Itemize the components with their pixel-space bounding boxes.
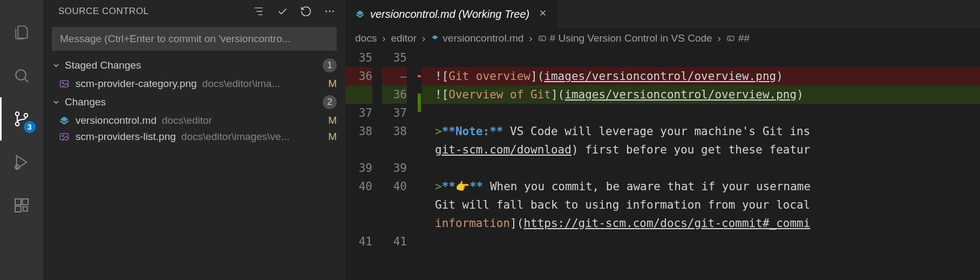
added-line: ![Overview of Git](images/versioncontrol… xyxy=(422,85,980,104)
changed-file-row[interactable]: versioncontrol.md docs\editor M xyxy=(43,112,345,129)
breadcrumb-item[interactable]: versioncontrol.md xyxy=(431,32,523,44)
close-tab-button[interactable] xyxy=(538,8,548,21)
deleted-line: ![Git overview](images/versioncontrol/ov… xyxy=(422,67,980,85)
chevron-down-icon xyxy=(52,98,60,106)
refresh-icon xyxy=(300,5,312,17)
image-file-icon xyxy=(58,78,70,90)
code-line: Git will fall back to using information … xyxy=(422,196,980,214)
line-number xyxy=(345,85,372,104)
line-number: 38 xyxy=(382,122,407,159)
breadcrumbs[interactable]: docs › editor › versioncontrol.md › # Us… xyxy=(345,28,980,49)
svg-point-0 xyxy=(16,70,26,80)
svg-point-15 xyxy=(62,135,64,137)
breadcrumb-item[interactable]: ## xyxy=(726,32,750,44)
svg-point-10 xyxy=(329,11,331,12)
file-name: versioncontrol.md xyxy=(76,115,156,126)
activity-search[interactable] xyxy=(0,54,43,97)
changed-file-row[interactable]: scm-providers-list.png docs\editor\image… xyxy=(43,129,345,145)
chevron-right-icon: › xyxy=(382,32,385,44)
activity-source-control[interactable]: 3 xyxy=(0,97,43,141)
line-number: 37 xyxy=(345,104,372,122)
line-number: 36 xyxy=(345,67,372,85)
code-content[interactable]: ![Git overview](images/versioncontrol/ov… xyxy=(422,49,980,280)
line-number: 38 xyxy=(345,122,372,159)
svg-rect-7 xyxy=(15,206,21,212)
diff-gutter xyxy=(417,49,422,280)
activity-extensions[interactable] xyxy=(0,184,43,227)
refresh-button[interactable] xyxy=(300,5,312,17)
file-status-modified: M xyxy=(328,78,337,90)
editor-tab[interactable]: versioncontrol.md (Working Tree) xyxy=(345,0,557,28)
svg-point-3 xyxy=(24,114,28,117)
symbol-text-icon xyxy=(726,34,735,43)
scm-badge: 3 xyxy=(24,121,36,133)
line-number: 37 xyxy=(382,104,407,122)
view-as-tree-button[interactable] xyxy=(253,5,264,17)
code-line xyxy=(422,159,980,177)
breadcrumb-item[interactable]: editor xyxy=(391,32,417,44)
breadcrumb-item[interactable]: # Using Version Control in VS Code xyxy=(538,32,712,44)
line-number: 41 xyxy=(382,232,407,251)
svg-rect-14 xyxy=(60,134,69,140)
file-status-modified: M xyxy=(328,115,337,126)
file-path: docs\editor xyxy=(162,115,323,126)
svg-point-9 xyxy=(325,11,327,12)
file-status-modified: M xyxy=(328,131,337,143)
line-number: 35 xyxy=(345,49,372,67)
staged-changes-header[interactable]: Staged Changes 1 xyxy=(43,55,345,76)
close-icon xyxy=(538,8,548,18)
code-line: >**Note:** VS Code will leverage your ma… xyxy=(422,122,980,141)
markdown-file-icon xyxy=(431,34,439,43)
diff-editor[interactable]: 35 36 37 38 39 40 41 35 — 36 37 38 39 40… xyxy=(345,49,980,280)
chevron-down-icon xyxy=(52,61,60,70)
markdown-file-icon xyxy=(355,9,365,19)
svg-rect-8 xyxy=(23,207,28,211)
svg-rect-16 xyxy=(539,36,546,41)
file-path: docs\editor\images\ve... xyxy=(181,131,323,143)
line-gutter: 35 36 37 38 39 40 41 35 — 36 37 38 39 40… xyxy=(345,49,422,280)
line-number: 40 xyxy=(345,177,372,232)
svg-point-2 xyxy=(16,122,19,126)
activity-debug[interactable] xyxy=(0,141,43,184)
svg-point-1 xyxy=(16,112,19,116)
source-control-sidebar: SOURCE CONTROL Message (Ctrl+Enter to co… xyxy=(43,0,345,280)
files-icon xyxy=(13,24,30,41)
markdown-file-icon xyxy=(58,115,70,126)
ellipsis-icon xyxy=(324,5,336,17)
line-number: 35 xyxy=(382,49,407,67)
chevron-right-icon: › xyxy=(422,32,425,44)
line-number: 39 xyxy=(382,159,407,177)
file-name: scm-provider-category.png xyxy=(76,78,197,90)
check-icon xyxy=(276,5,288,17)
commit-button[interactable] xyxy=(276,5,288,17)
extensions-icon xyxy=(13,197,30,214)
code-line: git-scm.com/download) first before you g… xyxy=(422,141,980,159)
code-line xyxy=(422,232,980,251)
svg-rect-17 xyxy=(727,36,734,41)
activity-explorer[interactable] xyxy=(0,11,43,54)
svg-rect-5 xyxy=(15,199,21,205)
staged-count-badge: 1 xyxy=(323,58,337,72)
code-line xyxy=(422,49,980,67)
more-actions-button[interactable] xyxy=(324,5,336,17)
svg-point-13 xyxy=(62,82,64,84)
commit-message-input[interactable]: Message (Ctrl+Enter to commit on 'versio… xyxy=(52,27,337,51)
breadcrumb-item[interactable]: docs xyxy=(355,32,377,44)
code-line: >**👉** When you commit, be aware that if… xyxy=(422,177,980,196)
code-line: information](https://git-scm.com/docs/gi… xyxy=(422,214,980,232)
chevron-right-icon: › xyxy=(718,32,721,44)
code-line xyxy=(422,104,980,122)
editor-group: versioncontrol.md (Working Tree) docs › … xyxy=(345,0,980,280)
svg-rect-6 xyxy=(22,199,28,205)
sidebar-header: SOURCE CONTROL xyxy=(43,0,345,23)
image-file-icon xyxy=(58,131,70,143)
chevron-right-icon: › xyxy=(529,32,532,44)
staged-file-row[interactable]: scm-provider-category.png docs\editor\im… xyxy=(43,76,345,92)
tab-label: versioncontrol.md (Working Tree) xyxy=(370,8,529,21)
line-number: 39 xyxy=(345,159,372,177)
section-label: Staged Changes xyxy=(65,59,318,71)
line-number: 41 xyxy=(345,232,372,251)
file-name: scm-providers-list.png xyxy=(76,131,176,143)
changes-header[interactable]: Changes 2 xyxy=(43,92,345,112)
changes-count-badge: 2 xyxy=(323,95,337,109)
